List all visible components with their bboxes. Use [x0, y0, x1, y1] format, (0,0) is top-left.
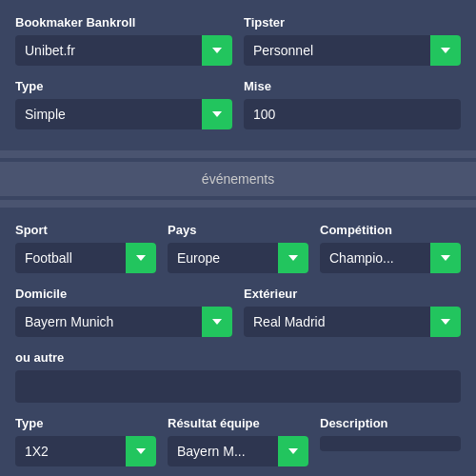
mise-input[interactable] [244, 99, 461, 129]
resultat-field: Résultat équipe Bayern M... [168, 416, 308, 466]
row-domicile-exterieur: Domicile Bayern Munich Extérieur Real Ma… [15, 287, 461, 337]
bookmaker-label: Bookmaker Bankroll [15, 15, 232, 30]
ou-autre-input[interactable] [15, 370, 461, 403]
sport-label: Sport [15, 223, 156, 237]
sport-dropdown-arrow[interactable] [126, 243, 156, 273]
tipster-field: Tipster Personnel [244, 15, 461, 66]
row-sport-pays-competition: Sport Football Pays Europe Compétition C… [15, 223, 461, 273]
evenements-title: événements [202, 171, 274, 187]
competition-field: Compétition Champio... [320, 223, 461, 273]
section-separator-2 [0, 200, 476, 208]
domicile-select[interactable]: Bayern Munich [15, 307, 232, 337]
bookmaker-select[interactable]: Unibet.fr [15, 35, 232, 66]
bookmaker-field: Bookmaker Bankroll Unibet.fr [15, 15, 232, 66]
sport-field: Sport Football [15, 223, 156, 273]
event-type-dropdown-arrow[interactable] [126, 436, 156, 466]
domicile-field: Domicile Bayern Munich [15, 287, 232, 337]
tipster-select[interactable]: Personnel [244, 35, 461, 66]
competition-dropdown-arrow[interactable] [430, 243, 461, 273]
event-type-label: Type [15, 416, 156, 430]
ou-autre-label: ou autre [15, 350, 461, 365]
bookmaker-select-wrapper[interactable]: Unibet.fr [15, 35, 232, 66]
type-select[interactable]: Simple [15, 99, 232, 129]
resultat-label: Résultat équipe [168, 416, 308, 430]
exterieur-select[interactable]: Real Madrid [244, 307, 461, 337]
domicile-dropdown-arrow[interactable] [202, 307, 232, 337]
evenements-header: événements [0, 162, 476, 196]
section-separator [0, 150, 476, 158]
mise-field: Mise [244, 79, 461, 129]
event-type-select-wrapper[interactable]: 1X2 [15, 436, 156, 466]
event-type-field: Type 1X2 [15, 416, 156, 466]
type-dropdown-arrow[interactable] [202, 99, 232, 129]
row-type-mise: Type Simple Mise [15, 79, 461, 129]
exterieur-label: Extérieur [244, 287, 461, 301]
description-label: Description [320, 416, 461, 430]
top-section: Bookmaker Bankroll Unibet.fr Tipster Per… [0, 0, 476, 150]
description-input-wrapper[interactable] [320, 436, 461, 451]
type-select-wrapper[interactable]: Simple [15, 99, 232, 129]
resultat-select-wrapper[interactable]: Bayern M... [168, 436, 308, 466]
pays-field: Pays Europe [168, 223, 308, 273]
competition-label: Compétition [320, 223, 461, 237]
mise-input-wrapper[interactable] [244, 99, 461, 129]
sport-select-wrapper[interactable]: Football [15, 243, 156, 273]
type-field: Type Simple [15, 79, 232, 129]
exterieur-dropdown-arrow[interactable] [430, 307, 461, 337]
pays-select-wrapper[interactable]: Europe [168, 243, 308, 273]
domicile-select-wrapper[interactable]: Bayern Munich [15, 307, 232, 337]
row-type-resultat-description: Type 1X2 Résultat équipe Bayern M... Des… [15, 416, 461, 466]
domicile-label: Domicile [15, 287, 232, 301]
type-label: Type [15, 79, 232, 93]
mise-label: Mise [244, 79, 461, 93]
row-bookmaker-tipster: Bookmaker Bankroll Unibet.fr Tipster Per… [15, 15, 461, 66]
exterieur-field: Extérieur Real Madrid [244, 287, 461, 337]
description-field: Description [320, 416, 461, 466]
exterieur-select-wrapper[interactable]: Real Madrid [244, 307, 461, 337]
bookmaker-dropdown-arrow[interactable] [202, 35, 232, 66]
competition-select-wrapper[interactable]: Champio... [320, 243, 461, 273]
pays-label: Pays [168, 223, 308, 237]
tipster-label: Tipster [244, 15, 461, 30]
pays-dropdown-arrow[interactable] [278, 243, 308, 273]
tipster-dropdown-arrow[interactable] [430, 35, 461, 66]
events-section: Sport Football Pays Europe Compétition C… [0, 208, 476, 476]
description-input[interactable] [320, 436, 461, 451]
resultat-dropdown-arrow[interactable] [278, 436, 308, 466]
row-ou-autre: ou autre [15, 350, 461, 403]
tipster-select-wrapper[interactable]: Personnel [244, 35, 461, 66]
ou-autre-field: ou autre [15, 350, 461, 403]
